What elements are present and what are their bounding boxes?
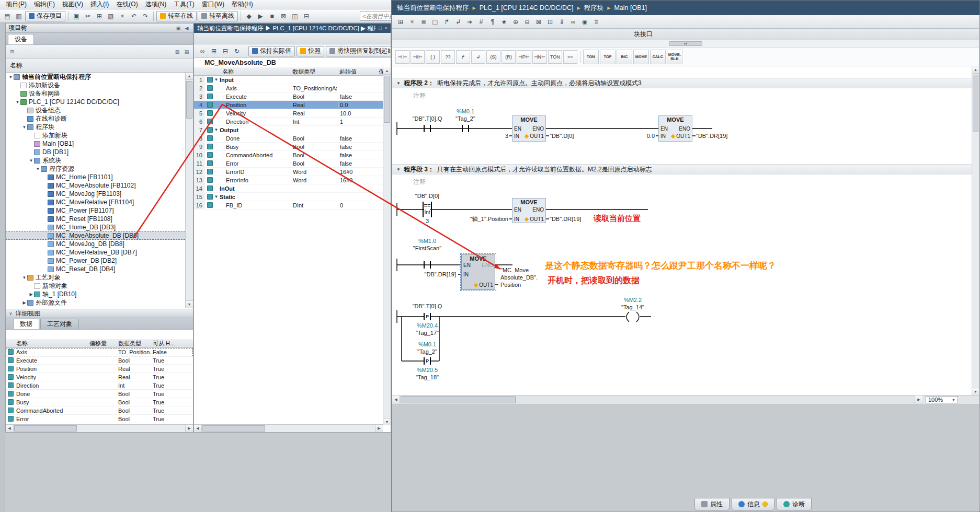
detail-view-header[interactable]: ∨ 详细视图 <box>6 309 193 318</box>
tree-expander-icon[interactable]: ▶ <box>28 292 34 297</box>
move-blk-block-favorite-icon[interactable]: MOVE.BLK <box>667 50 682 64</box>
contact-operand[interactable]: "Tag_2" <box>442 115 489 122</box>
tree-item[interactable]: MC_Home [FB1101] <box>6 173 193 181</box>
tree-item[interactable]: 设备和网络 <box>6 89 193 98</box>
coil-favorite-icon[interactable]: ( ) <box>426 50 440 64</box>
contact-operand[interactable]: "Tag_2" <box>404 348 451 355</box>
detail-tab[interactable]: 数据 <box>13 319 39 329</box>
db-table-row[interactable]: 10 CommandAborted Bool false <box>194 151 383 159</box>
inspector-tab[interactable]: 信息 <box>732 498 774 510</box>
row-expander-icon[interactable]: ▼ <box>213 77 220 82</box>
menu-item[interactable]: 项目(P) <box>2 0 30 9</box>
scroll-right-icon[interactable]: ▶ <box>185 425 193 432</box>
p-contact-favorite-icon[interactable]: ⊣P⊢ <box>517 50 531 64</box>
delete-icon[interactable]: × <box>117 11 128 21</box>
tree-expander-icon[interactable]: ▼ <box>8 75 14 79</box>
zoom-select[interactable]: 100% ▼ <box>926 396 958 403</box>
go-offline-button[interactable]: 转至离线 <box>198 11 238 21</box>
monitoring-icon[interactable]: ∞ <box>568 17 578 27</box>
copy-snapshot-button[interactable]: 将快照值复制到起始值中 <box>326 46 391 56</box>
calc-block-favorite-icon[interactable]: CALC <box>650 50 666 64</box>
go-online-button[interactable]: 转至在线 <box>156 11 197 21</box>
menu-item[interactable]: 视图(V) <box>59 0 87 9</box>
no-contact-favorite-icon[interactable]: ⊣ ⊢ <box>395 50 409 64</box>
db-table-row[interactable]: 8 Done Bool false <box>194 134 383 143</box>
collapse-network-icon[interactable]: ▼ <box>396 81 401 86</box>
row-expander-icon[interactable]: ▼ <box>213 127 220 132</box>
db-table-row[interactable]: 14 InOut <box>194 184 383 193</box>
tree-item[interactable]: ▼ 程序资源 <box>6 165 193 173</box>
scrollbar-thumb[interactable] <box>384 76 390 123</box>
tree-expander-icon[interactable]: ▼ <box>28 158 34 163</box>
input-value[interactable]: 3 <box>471 133 508 139</box>
contact-address[interactable]: %M0.1 <box>442 108 489 115</box>
scrollbar-thumb[interactable] <box>186 81 192 119</box>
tree-expander-icon[interactable]: ▶ <box>21 300 27 305</box>
tree-item[interactable]: ▼ 系统块 <box>6 156 193 165</box>
tree-expander-icon[interactable]: ▼ <box>35 167 41 171</box>
breadcrumb-item[interactable]: Main [OB1] <box>614 4 647 11</box>
db-table-row[interactable]: 5 Velocity Real 10.0 <box>194 109 383 118</box>
empty-box-favorite-icon[interactable]: ?? <box>441 50 455 64</box>
p-edge-contact[interactable]: P <box>425 358 430 364</box>
db-table-row[interactable]: 1 ▼ Input <box>194 76 383 84</box>
tree-item[interactable]: ▼ 工艺对象 <box>6 273 193 282</box>
menu-item[interactable]: 帮助(H) <box>228 0 257 9</box>
tree-item[interactable]: MC_MoveJog_DB [DB8] <box>6 240 193 248</box>
open-project-icon[interactable]: ▥ <box>14 11 24 21</box>
delete-network-icon[interactable]: × <box>407 17 417 27</box>
tree-item[interactable]: 设备组态 <box>6 106 193 114</box>
tree-item[interactable]: ▼ PLC_1 [CPU 1214C DC/DC/DC] <box>6 98 193 106</box>
collapse-all-networks-icon[interactable]: ⊖ <box>522 17 532 27</box>
start-cpu-icon[interactable]: ▶ <box>255 11 266 21</box>
close-branch-favorite-icon[interactable]: ↲ <box>471 50 485 64</box>
scrollbar-thumb[interactable] <box>401 396 516 403</box>
project-search-input[interactable] <box>360 11 391 21</box>
edge-memory-operand[interactable]: "Tag_18" <box>404 374 451 381</box>
scroll-down-icon[interactable]: ▼ <box>972 388 979 395</box>
input-operand[interactable]: "DB".DR[19] <box>418 271 456 278</box>
scroll-left-icon[interactable]: ◀ <box>392 395 400 404</box>
move-block[interactable]: MOVE ENENO INOUT1 <box>658 115 692 142</box>
scroll-up-icon[interactable]: ▲ <box>972 66 979 74</box>
undo-icon[interactable]: ↶ <box>129 11 139 21</box>
add-output-icon[interactable] <box>671 134 675 138</box>
download-icon[interactable]: ⇓ <box>556 17 567 27</box>
column-options-icon[interactable]: ▥ <box>174 48 181 55</box>
inc-block-favorite-icon[interactable]: INC <box>617 50 632 64</box>
detail-row[interactable]: CommandAborted Bool True <box>6 406 193 415</box>
tree-item[interactable]: 在线和诊断 <box>6 114 193 123</box>
scroll-up-icon[interactable]: ▲ <box>186 73 193 80</box>
tree-item[interactable]: MC_MoveJog [FB1103] <box>6 190 193 198</box>
move-block-selected[interactable]: MOVE ENENO IN OUT1 <box>461 254 495 290</box>
edge-memory-address[interactable]: %M20.5 <box>404 367 451 374</box>
menu-item[interactable]: 选项(N) <box>142 0 170 9</box>
tree-item[interactable]: MC_Home_DB [DB3] <box>6 223 193 231</box>
print-icon[interactable]: ▣ <box>71 11 82 21</box>
tree-expander-icon[interactable]: ▼ <box>21 125 27 130</box>
nc-contact-favorite-icon[interactable]: ⊣/⊢ <box>411 50 425 64</box>
tree-item[interactable]: MC_MoveAbsolute [FB1102] <box>6 181 193 190</box>
scroll-down-icon[interactable]: ▼ <box>186 300 193 308</box>
tree-expander-icon[interactable]: ▼ <box>15 100 20 104</box>
network-comment[interactable]: 注释 <box>413 178 426 187</box>
keep-actual-values-button[interactable]: 保持实际值 <box>248 46 295 56</box>
compare-favorite-icon[interactable]: == <box>563 50 577 64</box>
reset-coil-favorite-icon[interactable]: (R) <box>502 50 516 64</box>
menu-item[interactable]: 在线(O) <box>112 0 141 9</box>
ton-block-favorite-icon[interactable]: TON <box>583 50 599 64</box>
collapse-panel-icon[interactable]: ◀ <box>183 25 190 32</box>
scroll-right-icon[interactable]: ▶ <box>375 425 383 432</box>
network-comment-icon[interactable]: ¶ <box>487 17 498 27</box>
db-table-row[interactable]: 9 Busy Bool false <box>194 143 383 151</box>
editor-settings-icon[interactable]: ≡ <box>591 17 601 27</box>
absolute-operands-icon[interactable]: # <box>476 17 486 27</box>
block-interface-bar[interactable]: 块接口 <box>392 29 979 40</box>
modify-value-icon[interactable]: ◉ <box>579 17 590 27</box>
cut-icon[interactable]: ✂ <box>83 11 93 21</box>
insert-row-icon[interactable]: ≣ <box>418 17 429 27</box>
contact-address[interactable]: %M0.1 <box>404 341 451 348</box>
input-value[interactable]: 0.0 <box>617 133 655 139</box>
tree-item[interactable]: ▶ 轴_1 [DB10] <box>6 290 193 298</box>
favorites-toggle-icon[interactable]: ★ <box>499 17 509 27</box>
